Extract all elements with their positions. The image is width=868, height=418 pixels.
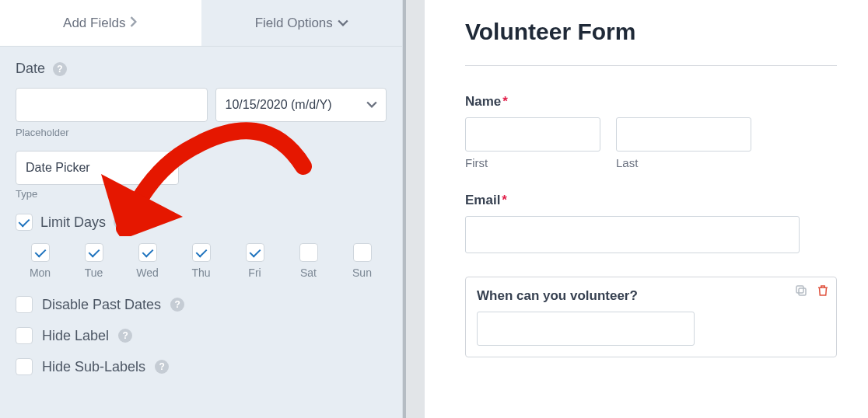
last-sublabel: Last — [616, 156, 751, 169]
svg-rect-1 — [796, 286, 803, 293]
limit-days-checkbox[interactable] — [16, 214, 33, 231]
duplicate-icon[interactable] — [794, 284, 808, 301]
divider — [465, 65, 837, 66]
tab-field-options[interactable]: Field Options — [201, 0, 403, 46]
hide-sublabels-checkbox[interactable] — [16, 358, 33, 375]
chevron-down-icon — [338, 16, 348, 31]
day-checkbox-fri[interactable] — [246, 243, 264, 262]
hide-sublabels-label: Hide Sub-Labels — [42, 359, 145, 375]
tab-label: Add Fields — [63, 16, 125, 31]
format-select[interactable] — [215, 88, 387, 122]
name-field-label: Name* — [465, 94, 837, 110]
first-name-input[interactable] — [465, 117, 600, 152]
day-checkbox-tue[interactable] — [85, 243, 103, 262]
form-preview: Volunteer Form Name* First Last Email* W… — [425, 0, 868, 418]
hide-label-label: Hide Label — [42, 328, 109, 344]
field-options-content: Date ? Placeholder Type Limit Da — [0, 47, 402, 418]
annotation-arrow — [70, 57, 319, 236]
disable-past-checkbox[interactable] — [16, 296, 33, 313]
chevron-right-icon — [130, 16, 138, 31]
day-label: Wed — [136, 266, 159, 279]
tab-label: Field Options — [255, 16, 333, 31]
email-field-label: Email* — [465, 193, 837, 208]
day-wed: Wed — [123, 243, 172, 279]
tab-add-fields[interactable]: Add Fields — [0, 0, 201, 46]
day-label: Fri — [248, 266, 261, 279]
trash-icon[interactable] — [816, 284, 830, 301]
day-label: Mon — [30, 266, 51, 279]
day-checkbox-wed[interactable] — [138, 243, 157, 262]
options-sidebar: Add Fields Field Options Date ? — [0, 0, 403, 418]
day-sun: Sun — [338, 243, 387, 279]
field-label-header: Date ? — [16, 61, 67, 77]
day-checkbox-mon[interactable] — [31, 243, 50, 262]
form-title: Volunteer Form — [465, 19, 837, 45]
disable-past-label: Disable Past Dates — [42, 297, 161, 313]
day-fri: Fri — [230, 243, 279, 279]
svg-rect-0 — [799, 288, 806, 295]
help-icon[interactable]: ? — [118, 329, 132, 343]
day-checkbox-thu[interactable] — [192, 243, 211, 262]
day-thu: Thu — [177, 243, 226, 279]
days-grid: MonTueWedThuFriSatSun — [16, 243, 387, 279]
day-checkbox-sat[interactable] — [299, 243, 318, 262]
day-mon: Mon — [16, 243, 65, 279]
volunteer-date-input[interactable] — [477, 312, 695, 346]
day-tue: Tue — [69, 243, 118, 279]
last-name-input[interactable] — [616, 117, 751, 152]
help-icon[interactable]: ? — [155, 360, 169, 374]
day-label: Sun — [352, 266, 372, 279]
hide-label-checkbox[interactable] — [16, 327, 33, 344]
day-checkbox-sun[interactable] — [353, 243, 372, 262]
required-indicator: * — [502, 193, 507, 207]
help-icon[interactable]: ? — [53, 62, 67, 76]
panel-divider[interactable] — [403, 0, 425, 418]
limit-days-label: Limit Days — [40, 214, 106, 231]
field-label-text: Date — [16, 61, 45, 77]
type-sublabel: Type — [16, 188, 387, 200]
first-sublabel: First — [465, 156, 600, 169]
email-input[interactable] — [465, 216, 800, 253]
volunteer-field-label: When can you volunteer? — [477, 288, 825, 304]
required-indicator: * — [502, 94, 508, 109]
day-label: Thu — [191, 266, 210, 279]
day-sat: Sat — [284, 243, 333, 279]
type-select[interactable] — [16, 151, 179, 185]
day-label: Tue — [85, 266, 103, 279]
placeholder-input[interactable] — [16, 88, 208, 122]
tabs: Add Fields Field Options — [0, 0, 402, 47]
day-label: Sat — [300, 266, 317, 279]
placeholder-sublabel: Placeholder — [16, 127, 198, 138]
help-icon[interactable]: ? — [114, 215, 128, 229]
selected-field[interactable]: When can you volunteer? — [465, 277, 837, 357]
help-icon[interactable]: ? — [170, 298, 184, 312]
